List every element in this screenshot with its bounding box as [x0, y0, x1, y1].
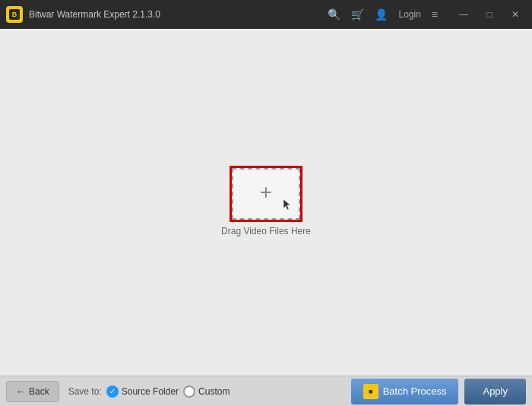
checkmark-icon: ✓ — [109, 387, 116, 395]
drop-zone-label: Drag Video Files Here — [221, 226, 311, 236]
batch-process-button[interactable]: ■ Batch Process — [351, 379, 459, 404]
drop-zone-wrapper: + Drag Video Files Here — [221, 168, 311, 236]
save-to-section: Save to: ✓ Source Folder Custom — [68, 385, 230, 398]
app-title: Bitwar Watermark Expert 2.1.3.0 — [29, 9, 328, 20]
login-button[interactable]: Login — [398, 9, 420, 20]
add-files-icon: + — [260, 182, 272, 203]
custom-label: Custom — [198, 386, 230, 397]
user-icon[interactable]: 👤 — [375, 8, 388, 21]
logo-letter: B — [9, 9, 20, 20]
main-content: + Drag Video Files Here — [0, 29, 532, 376]
custom-option[interactable]: Custom — [183, 385, 230, 398]
menu-icon[interactable]: ≡ — [432, 8, 438, 21]
minimize-button[interactable]: — — [453, 6, 474, 23]
source-folder-label: Source Folder — [122, 386, 179, 397]
source-folder-radio[interactable]: ✓ — [106, 385, 119, 398]
back-button[interactable]: ← Back — [6, 381, 59, 402]
maximize-button[interactable]: □ — [479, 6, 500, 23]
source-folder-option[interactable]: ✓ Source Folder — [106, 385, 179, 398]
footer-bar: ← Back Save to: ✓ Source Folder Custom ■… — [0, 376, 532, 406]
window-controls: — □ ✕ — [453, 6, 526, 23]
apply-button[interactable]: Apply — [464, 379, 526, 404]
app-logo: B — [6, 6, 23, 23]
batch-process-label: Batch Process — [383, 385, 447, 397]
custom-radio[interactable] — [183, 385, 195, 398]
back-label: Back — [29, 386, 49, 397]
batch-icon: ■ — [363, 384, 378, 399]
back-arrow-icon: ← — [16, 386, 25, 397]
toolbar-icons: 🔍 🛒 👤 Login ≡ — [328, 8, 438, 21]
cursor-icon — [282, 198, 293, 214]
save-to-label: Save to: — [68, 386, 102, 397]
title-bar: B Bitwar Watermark Expert 2.1.3.0 🔍 🛒 👤 … — [0, 0, 532, 29]
close-button[interactable]: ✕ — [505, 6, 526, 23]
drop-zone[interactable]: + — [232, 168, 300, 220]
apply-label: Apply — [483, 385, 508, 397]
search-icon[interactable]: 🔍 — [328, 8, 340, 21]
cart-icon[interactable]: 🛒 — [351, 8, 364, 21]
